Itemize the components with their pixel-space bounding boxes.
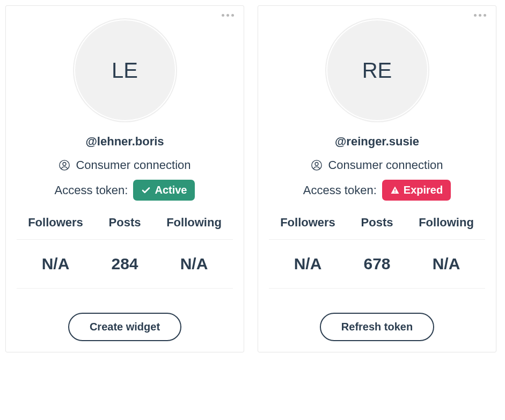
status-badge-text: Active [155,184,187,196]
user-handle: @reinger.susie [269,135,485,149]
avatar: LE [74,19,176,121]
more-menu-button[interactable] [474,14,486,17]
avatar-initials: LE [112,58,138,83]
svg-point-3 [316,163,319,166]
user-icon [311,159,323,171]
stat-header-following: Following [412,216,481,230]
user-icon [58,159,70,171]
svg-rect-4 [394,189,396,191]
connection-type-row: Consumer connection [269,158,485,172]
refresh-token-button[interactable]: Refresh token [320,313,434,341]
more-menu-button[interactable] [222,14,234,17]
connection-type-row: Consumer connection [17,158,233,172]
stat-value-followers: N/A [21,255,90,273]
avatar: RE [326,19,428,121]
avatar-initials: RE [362,58,392,83]
access-token-label: Access token: [55,183,128,197]
connection-type-label: Consumer connection [328,158,443,172]
check-icon [141,186,151,195]
stats-values: N/A 284 N/A [17,240,233,289]
stats-header: Followers Posts Following [17,216,233,240]
stat-header-followers: Followers [21,216,90,230]
stats-values: N/A 678 N/A [269,240,485,289]
status-badge-active: Active [133,180,195,201]
stat-value-followers: N/A [273,255,342,273]
stat-value-following: N/A [412,255,481,273]
profile-card: RE @reinger.susie Consumer connection Ac… [258,5,496,352]
svg-point-1 [63,163,67,166]
user-handle: @lehner.boris [17,135,233,149]
warning-icon [390,186,400,195]
stat-header-followers: Followers [273,216,342,230]
stat-header-following: Following [159,216,229,230]
stat-header-posts: Posts [342,216,412,230]
stat-value-posts: 678 [342,255,412,273]
create-widget-button[interactable]: Create widget [68,313,181,341]
stat-header-posts: Posts [90,216,159,230]
status-badge-expired: Expired [382,180,451,201]
access-token-row: Access token: Expired [269,180,485,201]
connection-type-label: Consumer connection [76,158,191,172]
stats-header: Followers Posts Following [269,216,485,240]
stat-value-posts: 284 [90,255,159,273]
access-token-row: Access token: Active [17,180,233,201]
svg-rect-5 [394,191,396,193]
access-token-label: Access token: [303,183,377,197]
status-badge-text: Expired [404,184,443,196]
profile-card: LE @lehner.boris Consumer connection Acc… [5,5,244,352]
stat-value-following: N/A [159,255,229,273]
